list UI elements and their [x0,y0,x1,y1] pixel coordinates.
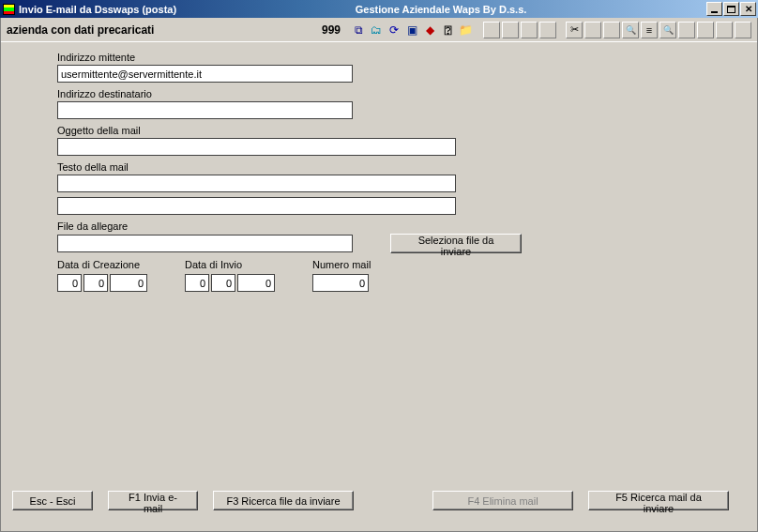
body-label: Testo della mail [57,161,748,173]
toolbar-btn-4[interactable] [539,22,556,38]
esc-button[interactable]: Esc - Esci [12,491,93,510]
f5-search-mail-button[interactable]: F5 Ricerca mail da inviare [588,491,729,510]
refresh-icon[interactable]: ⟳ [386,22,402,38]
toolbar-btn-2[interactable] [502,22,519,38]
minimize-button[interactable] [706,2,722,16]
form-area: Indirizzo mittente Indirizzo destinatari… [1,42,757,531]
sender-input[interactable] [57,65,353,83]
open-icon[interactable]: 🗂 [368,22,385,38]
sent-label: Data di Invio [185,259,275,270]
f3-search-file-button[interactable]: F3 Ricerca file da inviare [213,491,354,510]
window-title-center: Gestione Aziendale Waps By D.s.s. [176,4,705,15]
toolbar-icons: ⧉ 🗂 ⟳ ▣ ◆ ⍰ 📁 ✂ 🔍 ≡ 🔍 [350,22,751,38]
subject-input[interactable] [57,138,456,156]
toolbar-btn-3[interactable] [521,22,538,38]
created-year[interactable] [110,274,147,292]
company-label: azienda con dati precaricati [7,23,154,37]
title-bar: Invio E-mail da Dsswaps (posta) Gestione… [0,0,758,18]
toolbar-btn-7[interactable] [678,22,695,38]
toolbar-btn-find[interactable]: 🔍 [622,22,639,38]
book-icon[interactable]: ◆ [421,22,438,38]
dest-input[interactable] [57,101,353,119]
created-label: Data di Creazione [57,259,147,270]
toolbar-btn-5[interactable] [584,22,601,38]
toolbar-btn-9[interactable] [716,22,733,38]
toolbar-btn-list[interactable]: ≡ [641,22,658,38]
body-input-2[interactable] [57,197,456,215]
attach-label: File da allegare [57,220,748,232]
mailnum-label: Numero mail [312,259,371,270]
sender-label: Indirizzo mittente [57,52,748,63]
maximize-button[interactable] [723,2,739,16]
toolbar-btn-8[interactable] [697,22,714,38]
monitor-icon[interactable]: ▣ [403,22,420,38]
folder-icon[interactable]: 📁 [457,22,474,38]
subject-label: Oggetto della mail [57,125,748,136]
toolbar-btn-find2[interactable]: 🔍 [659,22,676,38]
app-icon [3,4,15,15]
bottom-button-bar: Esc - Esci F1 Invia e-mail F3 Ricerca fi… [12,491,746,510]
toolbar-btn-6[interactable] [603,22,620,38]
attach-input[interactable] [57,235,353,252]
body-input-1[interactable] [57,175,456,192]
sent-year[interactable] [237,274,275,292]
toolbar-btn-delete[interactable]: ✂ [566,22,583,38]
window-title-left: Invio E-mail da Dsswaps (posta) [19,4,176,15]
close-button[interactable]: ✕ [740,2,756,16]
toolbar-btn-1[interactable] [483,22,500,38]
mailnum-input[interactable] [312,274,369,292]
created-day[interactable] [57,274,82,292]
toolbar-btn-10[interactable] [735,22,751,38]
dest-label: Indirizzo destinatario [57,88,748,99]
toolbar: azienda con dati precaricati 999 ⧉ 🗂 ⟳ ▣… [1,18,757,42]
company-code: 999 [322,23,341,37]
select-file-button[interactable]: Seleziona file da inviare [390,234,522,253]
help-icon[interactable]: ⍰ [439,22,456,38]
save-icon[interactable]: ⧉ [350,22,367,38]
sent-day[interactable] [185,274,209,292]
f4-delete-button[interactable]: F4 Elimina mail [432,491,573,510]
created-month[interactable] [83,274,108,292]
f1-send-button[interactable]: F1 Invia e-mail [108,491,198,510]
sent-month[interactable] [211,274,235,292]
